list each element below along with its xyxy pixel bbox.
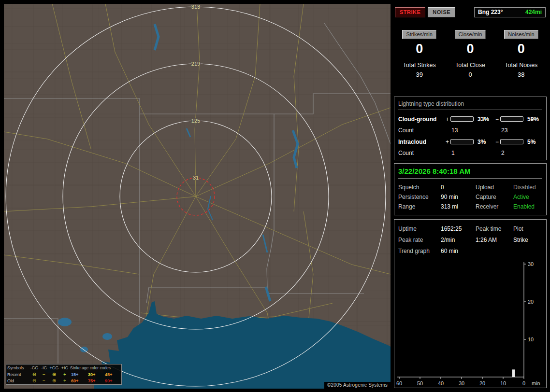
- legend-header: Symbols -CG -IC +CG +IC Strike age color…: [7, 365, 120, 371]
- capture-status: Active: [513, 194, 542, 200]
- svg-text:20: 20: [479, 380, 485, 386]
- upload-label: Upload: [476, 184, 513, 191]
- capture-label: Capture: [476, 194, 513, 200]
- strikes-column: Strikes/min 0 Total Strikes 39: [394, 30, 445, 78]
- receiver-status: Enabled: [513, 203, 542, 210]
- settings-row-3: Range 313 mi Receiver Enabled: [398, 202, 542, 211]
- age-45: 45+: [104, 372, 121, 377]
- map-canvas: 313 219 125 31: [4, 4, 391, 389]
- neg-ic-icon: −: [39, 372, 49, 377]
- cloud-ground-row: Cloud-ground + 33% − 59%: [398, 114, 542, 124]
- persistence-value: 90 min: [441, 194, 476, 200]
- persistence-label: Persistence: [398, 194, 441, 200]
- upload-status: Disabled: [513, 184, 542, 191]
- svg-text:30: 30: [528, 261, 534, 267]
- peak-time-label: Peak time: [476, 225, 513, 232]
- noise-button[interactable]: NOISE: [428, 7, 455, 17]
- age-30: 30+: [87, 372, 104, 377]
- pos-cg-icon: ⊕: [49, 372, 59, 377]
- status-panel: STRIKE NOISE Bng 223° 424mi Strikes/min …: [394, 4, 547, 389]
- count-label: Count: [398, 127, 444, 134]
- legend-col-neg-ic: -IC: [39, 365, 49, 370]
- noises-per-min-value: 0: [496, 42, 547, 56]
- legend-row-old: Old ⊖ − ⊕ + 60+ 75+ 90+: [7, 378, 120, 384]
- copyright-notice: ©2005 Astrogenic Systems: [324, 382, 391, 389]
- neg-cg-icon-old: ⊖: [29, 378, 39, 383]
- trend-row: Trend graph 60 min: [398, 245, 542, 256]
- peak-rate-value: 2/min: [441, 237, 476, 243]
- plus-sign-ic: +: [444, 139, 450, 145]
- strike-button[interactable]: STRIKE: [395, 7, 425, 17]
- range-value: 313 mi: [441, 203, 476, 210]
- age-60: 60+: [70, 378, 87, 383]
- age-90: 90+: [104, 378, 121, 383]
- neg-cg-percent: 59%: [524, 116, 542, 123]
- neg-ic-icon-old: −: [39, 378, 49, 383]
- strikes-per-min-value: 0: [394, 42, 445, 56]
- legend-col-pos-ic: +IC: [59, 365, 70, 370]
- total-noises-value: 38: [496, 71, 547, 78]
- age-75: 75+: [87, 378, 104, 383]
- legend-age-header: Strike age color codes: [70, 365, 121, 370]
- pos-cg-icon-old: ⊕: [49, 378, 59, 383]
- peak-rate-label: Peak rate: [398, 237, 441, 243]
- intracloud-row: Intracloud + 3% − 5%: [398, 137, 542, 147]
- close-per-min-chip[interactable]: Close/min: [455, 30, 486, 39]
- cloud-ground-count-row: Count 13 23: [398, 124, 542, 137]
- ring-label-125: 125: [191, 118, 200, 124]
- receiver-label: Receiver: [476, 203, 513, 210]
- clock-settings-box: 3/22/2026 8:40:18 AM Squelch 0 Upload Di…: [394, 163, 547, 215]
- total-close-label: Total Close: [445, 62, 495, 69]
- peak-rate-row: Peak rate 2/min 1:26 AM Strike: [398, 234, 542, 245]
- squelch-value: 0: [441, 184, 476, 191]
- svg-text:10: 10: [528, 336, 534, 342]
- settings-row-2: Persistence 90 min Capture Active: [398, 192, 542, 202]
- pos-ic-count: 1: [450, 150, 475, 156]
- uptime-label: Uptime: [398, 225, 441, 232]
- bearing-label: Bng 223°: [478, 9, 503, 15]
- squelch-label: Squelch: [398, 184, 441, 191]
- pos-cg-count: 13: [450, 127, 475, 134]
- pos-ic-percent: 3%: [475, 139, 494, 145]
- plus-sign: +: [444, 116, 450, 123]
- lightning-map[interactable]: 313 219 125 31 Symbols -CG -IC +CG +IC S…: [4, 4, 391, 389]
- plot-label: Plot: [513, 225, 542, 232]
- svg-text:min: min: [532, 380, 540, 386]
- neg-cg-icon: ⊖: [29, 372, 39, 377]
- age-15: 15+: [70, 372, 87, 377]
- rate-stats: Strikes/min 0 Total Strikes 39 Close/min…: [394, 30, 547, 78]
- legend-row-recent: Recent ⊖ − ⊕ + 15+ 30+ 45+: [7, 371, 120, 378]
- plot-value: Strike: [513, 237, 542, 243]
- ring-label-313: 313: [191, 4, 200, 10]
- range-label: Range: [398, 203, 441, 210]
- strikes-per-min-chip[interactable]: Strikes/min: [402, 30, 436, 39]
- neg-ic-count: 2: [500, 150, 524, 156]
- legend-old-label: Old: [7, 378, 29, 383]
- svg-text:60: 60: [396, 380, 402, 386]
- ring-label-219: 219: [191, 61, 200, 67]
- neg-ic-percent: 5%: [524, 139, 542, 145]
- trend-graph-label: Trend graph: [398, 248, 441, 254]
- noises-column: Noises/min 0 Total Noises 38: [496, 30, 547, 78]
- noises-per-min-chip[interactable]: Noises/min: [504, 30, 538, 39]
- legend-symbols-header: Symbols: [7, 365, 29, 370]
- pos-ic-bar: [450, 139, 474, 144]
- trend-graph: 1020306050403020100min: [395, 261, 543, 388]
- svg-text:50: 50: [417, 380, 423, 386]
- cloud-ground-label: Cloud-ground: [398, 116, 444, 123]
- pos-cg-bar: [450, 116, 474, 122]
- settings-row-1: Squelch 0 Upload Disabled: [398, 182, 542, 192]
- close-column: Close/min 0 Total Close 0: [445, 30, 495, 78]
- minus-sign: −: [494, 116, 500, 123]
- legend-col-pos-cg: +CG: [49, 365, 59, 370]
- pos-cg-percent: 33%: [475, 116, 494, 123]
- distribution-title: Lightning type distribution: [398, 100, 542, 110]
- pos-ic-icon: +: [59, 372, 70, 377]
- uptime-value: 1652:25: [441, 225, 476, 232]
- svg-text:0: 0: [522, 380, 525, 386]
- intracloud-label: Intracloud: [398, 139, 444, 145]
- bearing-distance: 424mi: [525, 9, 542, 15]
- bearing-readout: Bng 223° 424mi: [474, 7, 546, 17]
- legend-col-neg-cg: -CG: [29, 365, 39, 370]
- pos-ic-icon-old: +: [59, 378, 70, 383]
